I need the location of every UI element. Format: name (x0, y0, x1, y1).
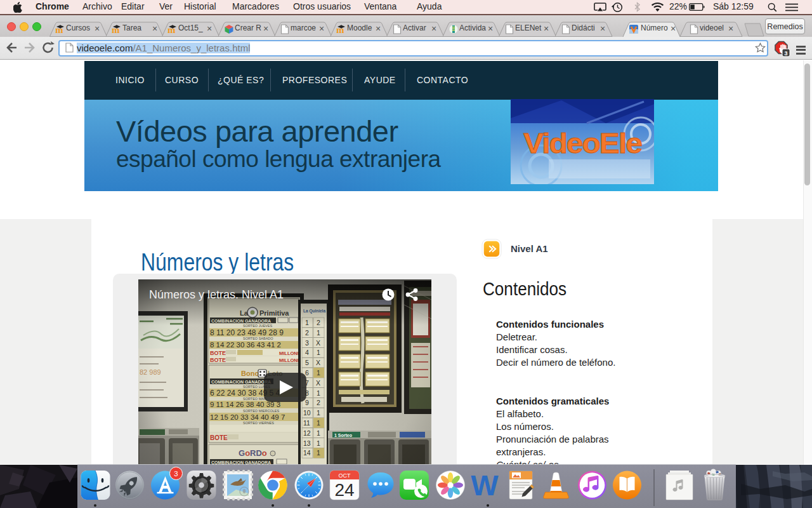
svg-text:Números y letras. Nivel A1: Números y letras. Nivel A1 (149, 288, 284, 301)
svg-text:W: W (471, 470, 498, 502)
svg-text:3: 3 (784, 50, 787, 57)
svg-text:24: 24 (334, 480, 354, 500)
svg-text:3: 3 (174, 470, 178, 478)
svg-text:OCT: OCT (339, 472, 351, 479)
svg-text:VideoEle: VideoEle (523, 127, 642, 159)
